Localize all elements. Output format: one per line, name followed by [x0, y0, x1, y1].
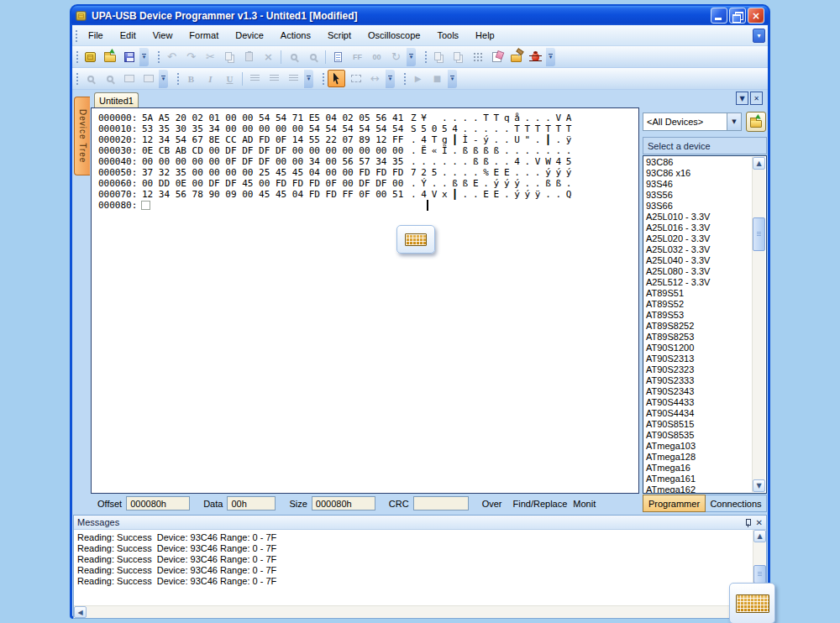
- toolbox-button[interactable]: [507, 48, 525, 65]
- hex-selection-box[interactable]: [141, 201, 150, 210]
- offset-field[interactable]: [126, 496, 190, 510]
- data-field[interactable]: [227, 496, 276, 510]
- hex-ascii[interactable]: ......ßß..4.VW45: [411, 156, 576, 167]
- menu-item[interactable]: Device: [227, 28, 272, 43]
- hex-row-last[interactable]: 000080:: [92, 200, 638, 211]
- underline-button[interactable]: U: [221, 70, 239, 87]
- view-document-button[interactable]: [329, 48, 347, 65]
- toolbar-grip[interactable]: [176, 72, 180, 85]
- toolbar-options-chevron[interactable]: ▾: [546, 48, 555, 66]
- device-list-item[interactable]: A25L512 - 3.3V: [646, 277, 766, 288]
- menu-item[interactable]: File: [80, 28, 112, 43]
- titlebar[interactable]: UPA-USB Device Programmer v1.3 - Untited…: [71, 6, 769, 25]
- pin-icon[interactable]: [744, 518, 752, 527]
- hex-ascii[interactable]: Z¥ ....TTqå...VA: [411, 113, 576, 123]
- toolbar-grip[interactable]: [157, 50, 160, 63]
- zoom-expand-button[interactable]: [139, 70, 157, 87]
- device-list-item[interactable]: 93C86 x16: [646, 168, 766, 179]
- hex-bytes[interactable]: 12 34 56 78 90 09 00 45 45 04 FD FD FF 0…: [142, 189, 403, 200]
- device-list-item[interactable]: AT89S51: [646, 288, 766, 299]
- crc-field[interactable]: [413, 496, 469, 510]
- scroll-down-button[interactable]: ▼: [753, 479, 765, 492]
- save-button[interactable]: [120, 48, 138, 65]
- size-field[interactable]: [312, 496, 375, 510]
- device-list-item[interactable]: AT89S53: [646, 310, 766, 321]
- hex-row[interactable]: 000010: 53 35 30 35 34 00 00 00 00 00 54…: [92, 123, 638, 134]
- device-tree-tab[interactable]: Device Tree: [74, 97, 90, 175]
- device-list-item[interactable]: 93S56: [646, 190, 766, 201]
- menu-item[interactable]: Tools: [428, 28, 467, 43]
- device-list-item[interactable]: AT89S8252: [646, 321, 766, 332]
- toolbar-options-chevron[interactable]: ▾: [159, 70, 168, 88]
- hex-ascii[interactable]: 725....%EE...ýýý: [411, 167, 576, 178]
- fill-ff-button[interactable]: FF: [349, 48, 366, 65]
- menu-item[interactable]: View: [144, 28, 181, 43]
- hex-row[interactable]: 000060: 00 DD 0E 00 DF DF 45 00 FD FD FD…: [92, 178, 638, 189]
- italic-button[interactable]: I: [202, 70, 219, 87]
- device-filter-combo[interactable]: <All Devices> ▼: [643, 113, 742, 131]
- device-list-item[interactable]: A25L016 - 3.3V: [646, 222, 766, 233]
- fit-width-button[interactable]: ↔: [366, 70, 384, 87]
- menu-item[interactable]: Actions: [272, 28, 319, 43]
- bold-button[interactable]: B: [182, 70, 200, 87]
- device-list-item[interactable]: A25L032 - 3.3V: [646, 244, 766, 255]
- toolbar-grip[interactable]: [424, 50, 428, 63]
- device-list-item[interactable]: A25L010 - 3.3V: [646, 212, 766, 222]
- toolbar-options-chevron[interactable]: ▾: [448, 70, 457, 88]
- toolbar-options-chevron[interactable]: ▾: [407, 48, 416, 66]
- doc-paste-button[interactable]: [449, 48, 467, 65]
- device-list-item[interactable]: AT90S8515: [646, 419, 766, 430]
- toolbar-options-chevron[interactable]: ▾: [304, 70, 313, 88]
- menubar-overflow-button[interactable]: ▾: [753, 29, 765, 43]
- new-buffer-button[interactable]: [81, 48, 99, 65]
- device-list-item[interactable]: AT90S4434: [646, 408, 766, 419]
- device-list-item[interactable]: AT90S4433: [646, 397, 766, 408]
- device-list-item[interactable]: 93C86: [646, 157, 766, 168]
- stop-button[interactable]: ■: [428, 70, 446, 87]
- combo-dropdown-button[interactable]: ▼: [727, 113, 741, 130]
- align-center-button[interactable]: [265, 70, 283, 87]
- virtual-keyboard-launcher[interactable]: [729, 583, 775, 623]
- zoom-area-button[interactable]: [347, 70, 365, 87]
- menu-item[interactable]: Help: [467, 28, 503, 43]
- messages-header[interactable]: Messages ✕: [74, 516, 766, 530]
- menu-item[interactable]: Edit: [112, 28, 144, 43]
- hex-bytes[interactable]: 5A A5 20 02 01 00 00 54 54 71 E5 04 02 0…: [142, 113, 403, 123]
- close-button[interactable]: ×: [748, 8, 764, 24]
- align-right-button[interactable]: [285, 70, 302, 87]
- monitor-indicator[interactable]: Monit: [573, 499, 596, 509]
- delete-button[interactable]: ×: [260, 48, 277, 65]
- hex-bytes[interactable]: 0E CB AB CD 00 DF DF DF DF 00 00 00 00 0…: [142, 145, 403, 156]
- hex-row[interactable]: 000020: 12 34 54 67 8E CC AD FD 0F 14 55…: [92, 134, 638, 145]
- messages-close-button[interactable]: ✕: [756, 518, 763, 527]
- copy-button[interactable]: [221, 48, 239, 65]
- document-tab[interactable]: Untited1: [94, 92, 139, 108]
- doc-copy-button[interactable]: [430, 48, 448, 65]
- scroll-left-button[interactable]: ◀: [74, 606, 87, 618]
- cut-button[interactable]: ✂: [202, 48, 219, 65]
- find-previous-button[interactable]: [304, 48, 322, 65]
- scroll-thumb[interactable]: [753, 217, 765, 251]
- device-list-item[interactable]: ATmega16: [646, 463, 766, 474]
- hex-row[interactable]: 000030: 0E CB AB CD 00 DF DF DF DF 00 00…: [92, 145, 638, 156]
- find-replace-indicator[interactable]: Find/Replace: [513, 499, 568, 509]
- scroll-up-button[interactable]: ▲: [753, 530, 766, 542]
- paste-button[interactable]: [240, 48, 258, 65]
- hex-ascii[interactable]: .Ë«Ï.ßßßß.......: [411, 145, 576, 156]
- tab-programmer[interactable]: Programmer: [643, 495, 706, 512]
- hex-row[interactable]: 000000: 5A A5 20 02 01 00 00 54 54 71 E5…: [92, 113, 638, 123]
- scroll-up-button[interactable]: ▲: [753, 157, 765, 170]
- refresh-button[interactable]: ↻: [387, 48, 405, 65]
- grid-button[interactable]: [469, 48, 486, 65]
- toolbar-grip[interactable]: [322, 72, 325, 85]
- align-left-button[interactable]: [246, 70, 264, 87]
- tab-connections[interactable]: Connections: [706, 495, 767, 512]
- device-list-item[interactable]: AT90S2333: [646, 375, 766, 386]
- undo-button[interactable]: ↶: [163, 48, 181, 65]
- hex-ascii[interactable]: .Ý..ßßE.ýýý..ßß.: [411, 178, 576, 189]
- scroll-thumb[interactable]: [753, 565, 766, 584]
- hex-ascii[interactable]: .4Tg┃Ì-ý..U".┃.ÿ: [411, 134, 576, 145]
- hex-editor[interactable]: 000000: 5A A5 20 02 01 00 00 54 54 71 E5…: [91, 107, 639, 494]
- hex-bytes[interactable]: 12 34 54 67 8E CC AD FD 0F 14 55 22 07 8…: [142, 134, 403, 145]
- toolbar-grip[interactable]: [403, 72, 407, 85]
